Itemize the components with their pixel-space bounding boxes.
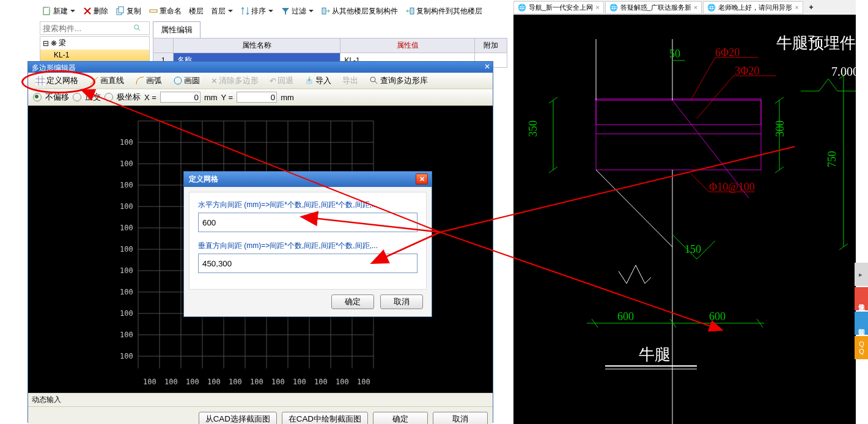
ok-button[interactable]: 确定 bbox=[373, 412, 428, 424]
floor-select[interactable]: 首层 bbox=[208, 6, 235, 16]
delete-button[interactable]: 删除 bbox=[80, 6, 111, 16]
tab-1[interactable]: 🌐导航_新一代安全上网× bbox=[513, 1, 604, 14]
col-value: 属性值 bbox=[340, 38, 475, 53]
cad-select-button[interactable]: 从CAD选择截面图 bbox=[199, 412, 277, 424]
svg-text:3Φ20: 3Φ20 bbox=[735, 65, 759, 77]
svg-line-47 bbox=[691, 174, 709, 192]
badge-feedback[interactable]: 意见反馈 bbox=[855, 287, 868, 310]
svg-line-39 bbox=[596, 170, 672, 247]
svg-text:7.000: 7.000 bbox=[831, 65, 856, 78]
col-rownum bbox=[153, 38, 174, 53]
clear-polygon-button[interactable]: ✕清除多边形 bbox=[208, 75, 261, 86]
tree-root-label: 梁 bbox=[59, 38, 66, 48]
cad-draw-button[interactable]: 在CAD中绘制截面图 bbox=[282, 412, 368, 424]
component-search-input[interactable] bbox=[40, 23, 131, 34]
svg-rect-2 bbox=[119, 7, 123, 13]
dialog-close-button[interactable]: ✕ bbox=[416, 174, 428, 185]
cad-title: 牛腿预埋件 bbox=[776, 34, 856, 52]
tree-item-label: KL-1 bbox=[54, 51, 69, 59]
offset-bar: 不偏移 正交 极坐标 X = mm Y = mm bbox=[28, 89, 493, 106]
dialog-cancel-button[interactable]: 取消 bbox=[380, 294, 423, 309]
polygon-editor-titlebar: 多边形编辑器 ✕ bbox=[28, 62, 493, 73]
svg-line-43 bbox=[691, 57, 715, 100]
svg-text:750: 750 bbox=[826, 151, 838, 167]
badge-gray[interactable]: ▸ bbox=[855, 263, 868, 286]
polygon-toolbar: 定义网格 画直线 画弧 画圆 ✕清除多边形 ↶回退 导入 导出 查询多边形库 bbox=[28, 73, 493, 89]
svg-rect-5 bbox=[410, 8, 414, 14]
badge-follow[interactable]: 关注我们 bbox=[855, 312, 868, 335]
svg-line-45 bbox=[697, 76, 734, 119]
vertical-spacing-label: 垂直方向间距 (mm)=>间距*个数,间距,间距*个数,间距,... bbox=[198, 241, 417, 251]
radio-no-offset[interactable] bbox=[33, 93, 42, 101]
copy-to-button[interactable]: 复制构件到其他楼层 bbox=[403, 6, 485, 16]
svg-rect-36 bbox=[596, 99, 761, 170]
main-toolbar: 新建 删除 复制 重命名 楼层 首层 排序 过滤 从其他楼层复制构件 复制构件到… bbox=[40, 3, 485, 19]
x-input[interactable] bbox=[160, 92, 200, 103]
copy-from-button[interactable]: 从其他楼层复制构件 bbox=[318, 6, 400, 16]
cancel-button[interactable]: 取消 bbox=[433, 412, 488, 424]
svg-rect-4 bbox=[322, 8, 326, 14]
col-name: 属性名称 bbox=[174, 38, 340, 53]
draw-line-button[interactable]: 画直线 bbox=[87, 75, 127, 86]
browser-tabs: 🌐导航_新一代安全上网× 🌐答疑解惑_广联达服务新× 🌐老师晚上好，请问用异形×… bbox=[513, 0, 856, 15]
dialog-titlebar: 定义网格 ✕ bbox=[184, 172, 432, 187]
svg-point-10 bbox=[370, 77, 375, 82]
svg-text:350: 350 bbox=[527, 120, 539, 137]
svg-text:600: 600 bbox=[617, 310, 634, 323]
col-extra: 附加 bbox=[475, 38, 507, 53]
attribute-tab[interactable]: 属性编辑 bbox=[153, 21, 200, 38]
svg-point-6 bbox=[134, 25, 139, 29]
define-grid-button[interactable]: 定义网格 bbox=[33, 75, 81, 86]
query-polygon-button[interactable]: 查询多边形库 bbox=[367, 75, 430, 86]
tree-item-kl1[interactable]: KL-1 bbox=[40, 49, 149, 60]
horizontal-spacing-input[interactable] bbox=[198, 213, 417, 232]
svg-rect-3 bbox=[150, 10, 157, 12]
horizontal-spacing-label: 水平方向间距 (mm)=>间距*个数,间距,间距*个数,间距,... bbox=[198, 200, 417, 210]
component-tree-panel: ⊟ ❋ 梁 KL-1 bbox=[40, 21, 150, 61]
search-icon[interactable] bbox=[131, 22, 144, 34]
sort-button[interactable]: 排序 bbox=[238, 6, 276, 16]
tab-3[interactable]: 🌐老师晚上好，请问用异形× bbox=[703, 1, 803, 14]
dialog-ok-button[interactable]: 确定 bbox=[331, 294, 374, 309]
tab-close-icon[interactable]: × bbox=[694, 4, 697, 11]
import-button[interactable]: 导入 bbox=[302, 75, 334, 86]
badge-qq[interactable]: QQ咨询 bbox=[855, 336, 868, 359]
draw-arc-button[interactable]: 画弧 bbox=[133, 75, 164, 86]
export-button[interactable]: 导出 bbox=[340, 75, 361, 86]
svg-text:6Φ20: 6Φ20 bbox=[715, 46, 740, 59]
vertical-spacing-input[interactable] bbox=[198, 254, 417, 273]
draw-circle-button[interactable]: 画圆 bbox=[171, 75, 202, 86]
tab-2[interactable]: 🌐答疑解惑_广联达服务新× bbox=[605, 1, 702, 14]
svg-rect-0 bbox=[43, 7, 50, 15]
svg-rect-35 bbox=[596, 100, 761, 125]
new-button[interactable]: 新建 bbox=[40, 6, 78, 16]
svg-text:300: 300 bbox=[774, 120, 786, 137]
tab-close-icon[interactable]: × bbox=[595, 4, 599, 11]
cad-label2: 牛腿 bbox=[639, 346, 671, 364]
cad-drawing: 牛腿预埋件 牛腿 6Φ20 3Φ20 Φ10@100 50 350 300 75… bbox=[513, 15, 856, 424]
undo-button[interactable]: ↶回退 bbox=[267, 75, 296, 86]
new-tab-button[interactable]: + bbox=[804, 2, 818, 13]
rename-button[interactable]: 重命名 bbox=[146, 6, 184, 16]
tree-root-beam[interactable]: ⊟ ❋ 梁 bbox=[40, 37, 149, 49]
copy-button[interactable]: 复制 bbox=[113, 6, 144, 16]
svg-text:600: 600 bbox=[709, 310, 726, 323]
svg-text:Φ10@100: Φ10@100 bbox=[709, 181, 755, 193]
radio-ortho[interactable] bbox=[73, 93, 81, 101]
define-grid-dialog: 定义网格 ✕ 水平方向间距 (mm)=>间距*个数,间距,间距*个数,间距,..… bbox=[183, 171, 432, 317]
svg-text:50: 50 bbox=[669, 48, 680, 60]
y-input[interactable] bbox=[237, 92, 277, 103]
dynamic-input-label: 动态输入 bbox=[28, 393, 493, 406]
svg-text:150: 150 bbox=[685, 243, 701, 255]
radio-polar[interactable] bbox=[105, 93, 113, 101]
cad-panel: 🌐导航_新一代安全上网× 🌐答疑解惑_广联达服务新× 🌐老师晚上好，请问用异形×… bbox=[513, 0, 856, 424]
close-icon[interactable]: ✕ bbox=[484, 62, 490, 71]
beam-icon: ❋ bbox=[51, 39, 57, 48]
svg-point-8 bbox=[174, 77, 182, 84]
tree-collapse-icon[interactable]: ⊟ bbox=[43, 39, 49, 48]
side-badges: ▸ 意见反馈 关注我们 QQ咨询 bbox=[855, 263, 868, 360]
tab-close-icon[interactable]: × bbox=[795, 4, 798, 11]
svg-rect-7 bbox=[35, 76, 45, 86]
floor-label: 楼层 bbox=[186, 6, 206, 16]
filter-button[interactable]: 过滤 bbox=[278, 6, 316, 16]
